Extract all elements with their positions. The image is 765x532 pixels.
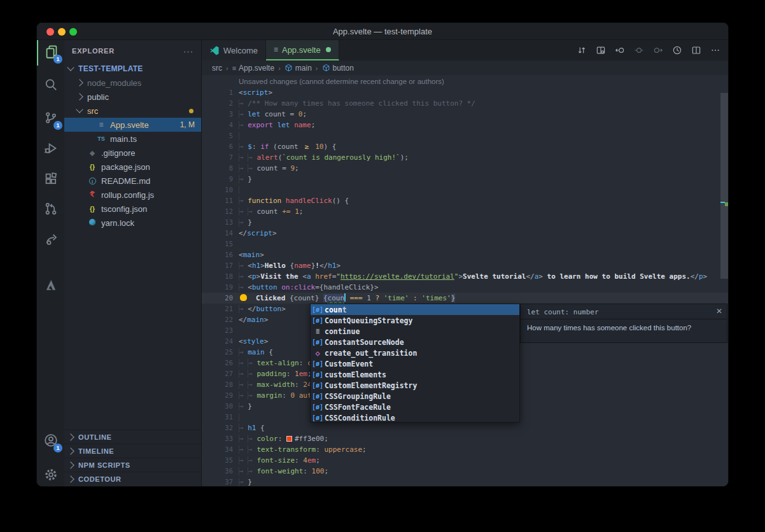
tab-welcome[interactable]: Welcome	[202, 40, 266, 60]
code-line-8[interactable]: 8→ → count = 9;	[202, 163, 728, 174]
code-line-33[interactable]: 33→ → color: #ff3e00;	[202, 433, 728, 444]
breadcrumb-separator: ›	[316, 64, 318, 72]
suggest-item-continue[interactable]: ≣continue	[311, 326, 519, 337]
title-bar[interactable]: App.svelte — test-template	[37, 23, 728, 40]
section-timeline[interactable]: TIMELINE	[64, 444, 201, 458]
code-token: {	[323, 294, 328, 302]
code-token: →	[239, 305, 248, 313]
code-line-20[interactable]: 20Clicked {count} {coun === 1 ? 'time' :…	[202, 293, 728, 304]
code-line-14[interactable]: 14</script>	[202, 228, 728, 239]
activity-item-extensions[interactable]	[37, 167, 64, 193]
open-changes-icon[interactable]	[574, 43, 589, 58]
more-actions-icon[interactable]	[708, 43, 723, 58]
code-line-1[interactable]: 1<script>	[202, 87, 728, 98]
activity-item-azure[interactable]	[37, 274, 64, 299]
record-tour-icon[interactable]	[670, 43, 685, 58]
tree-item-yarn.lock[interactable]: yarn.lock	[64, 216, 201, 230]
code-line-7[interactable]: 7→ → alert(`count is dangerously high!`)…	[202, 152, 728, 163]
code-line-18[interactable]: 18→ <p>Visit the <a href="https://svelte…	[202, 271, 728, 282]
activity-item-run-debug[interactable]	[37, 137, 64, 162]
code-line-35[interactable]: 35→ → font-size: 4em;	[202, 455, 728, 466]
code-token: }	[248, 218, 252, 227]
braces-file-icon: {}	[87, 164, 97, 171]
tree-item-readme.md[interactable]: iREADME.md	[64, 174, 201, 188]
breadcrumb-separator: ›	[278, 64, 281, 72]
code-line-4[interactable]: 4→ export let name;	[202, 120, 728, 130]
file-label: rollup.config.js	[101, 190, 154, 200]
suggest-item-count[interactable]: [ø]count	[311, 304, 519, 315]
color-swatch[interactable]	[286, 436, 292, 442]
tree-item-app.svelte[interactable]: ≡App.svelte1, M	[64, 118, 201, 132]
activity-item-settings[interactable]	[37, 463, 64, 487]
suggest-item-customelementregistry[interactable]: [ø]CustomElementRegistry	[311, 380, 519, 391]
navigate-back-icon[interactable]	[612, 43, 628, 58]
modified-dot-icon[interactable]	[326, 47, 331, 52]
suggest-item-create_out_transition[interactable]: ◇create_out_transition	[311, 347, 519, 358]
suggest-item-cssfontfacerule[interactable]: [ø]CSSFontFaceRule	[311, 402, 519, 412]
suggest-item-cssgroupingrule[interactable]: [ø]CSSGroupingRule	[311, 391, 519, 402]
code-token: </	[239, 316, 247, 324]
explorer-more-actions-icon[interactable]: ···	[183, 46, 193, 56]
tree-item-.gitignore[interactable]: ◆.gitignore	[64, 146, 201, 160]
activity-item-source-control[interactable]: 1	[37, 106, 64, 132]
suggest-item-cssconditionrule[interactable]: [ø]CSSConditionRule	[311, 412, 519, 423]
code-line-36[interactable]: 36→ → font-weight: 100;	[202, 466, 728, 477]
suggest-item-customevent[interactable]: [ø]CustomEvent	[311, 358, 519, 369]
suggest-item-customelements[interactable]: [ø]customElements	[311, 369, 519, 380]
code-line-37[interactable]: 37→ }	[202, 477, 728, 486]
activity-item-pull-requests[interactable]	[37, 197, 64, 223]
code-line-32[interactable]: 32→ h1 {	[202, 423, 728, 433]
tree-item-public[interactable]: public	[64, 90, 201, 104]
code-line-13[interactable]: 13→ }	[202, 217, 728, 228]
code-line-17[interactable]: 17→ <h1>Hello {name}!</h1>	[202, 260, 728, 271]
activity-item-live-share[interactable]	[37, 227, 64, 253]
suggest-item-countqueuingstrategy[interactable]: [ø]CountQueuingStrategy	[311, 315, 519, 326]
activity-item-explorer[interactable]: 1	[37, 40, 64, 66]
breadcrumb-item-main[interactable]: main	[284, 64, 312, 73]
open-preview-icon[interactable]	[593, 43, 608, 58]
activity-item-search[interactable]	[37, 73, 64, 99]
code-token: →	[248, 164, 256, 172]
tree-item-package.json[interactable]: {}package.json	[64, 160, 201, 174]
code-token: #ff3e00	[295, 435, 324, 443]
code-line-3[interactable]: 3→ let count = 0;	[202, 109, 728, 120]
activity-item-accounts[interactable]: 1	[37, 429, 64, 454]
suggest-item-constantsourcenode[interactable]: [ø]ConstantSourceNode	[311, 337, 519, 347]
tab-app-svelte[interactable]: ≡App.svelte	[266, 40, 339, 60]
code-line-19[interactable]: 19→ <button on:click={handleClick}>	[202, 282, 728, 293]
tree-item-src[interactable]: src	[64, 104, 201, 118]
lightbulb-icon[interactable]	[240, 294, 247, 301]
tree-root-test-template[interactable]: TEST-TEMPLATE	[64, 62, 201, 76]
code-line-5[interactable]: 5	[202, 130, 728, 141]
tree-item-tsconfig.json[interactable]: {}tsconfig.json	[64, 202, 201, 216]
section-npm-scripts[interactable]: NPM SCRIPTS	[64, 458, 201, 472]
scrollbar-thumb[interactable]	[720, 93, 728, 279]
breadcrumb-item-src[interactable]: src	[212, 64, 222, 73]
breadcrumb-item-app-svelte[interactable]: ≡App.svelte	[232, 64, 274, 73]
code-line-16[interactable]: 16<main>	[202, 249, 728, 260]
section-codetour[interactable]: CODETOUR	[64, 472, 201, 486]
split-editor-icon[interactable]	[689, 43, 704, 58]
tree-item-node_modules[interactable]: node_modules	[64, 76, 201, 90]
code-line-12[interactable]: 12→ → count += 1;	[202, 206, 728, 217]
code-line-15[interactable]: 15	[202, 239, 728, 249]
section-outline[interactable]: OUTLINE	[64, 430, 201, 444]
code-line-6[interactable]: 6→ $: if (count ≥ 10) {	[202, 141, 728, 152]
code-line-10[interactable]: 10	[202, 185, 728, 195]
code-editor[interactable]: Unsaved changes (cannot determine recent…	[202, 75, 728, 486]
code-token: h1	[328, 262, 336, 270]
symbol-variable-icon: [ø]	[311, 403, 325, 410]
tree-item-rollup.config.js[interactable]: rollup.config.js	[64, 188, 201, 202]
editor-scrollbar[interactable]	[720, 75, 728, 486]
tree-item-main.ts[interactable]: TSmain.ts	[64, 132, 201, 146]
code-line-34[interactable]: 34→ → text-transform: uppercase;	[202, 444, 728, 455]
code-token	[239, 413, 248, 421]
close-icon[interactable]: ✕	[716, 307, 722, 316]
breadcrumb-item-button[interactable]: button	[322, 64, 354, 73]
code-line-11[interactable]: 11→ function handleClick() {	[202, 195, 728, 206]
suggest-docs-signature: let count: number	[521, 304, 727, 319]
code-token: →	[239, 197, 248, 205]
code-line-2[interactable]: 2→ /** How many times has someone clicke…	[202, 98, 728, 109]
code-token: 'times'	[421, 294, 451, 302]
code-line-9[interactable]: 9→ }	[202, 174, 728, 185]
